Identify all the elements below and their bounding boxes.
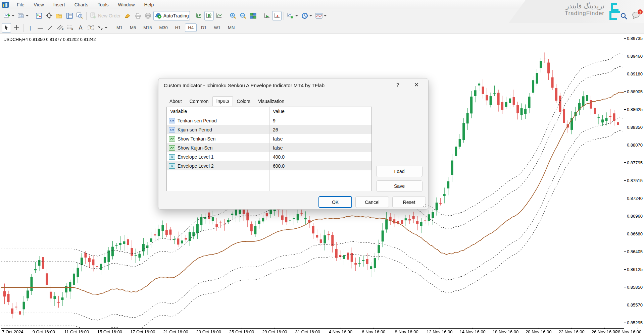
tab-inputs[interactable]: Inputs (212, 96, 233, 106)
time-tick (11, 328, 11, 329)
table-row[interactable]: ½Envelope Level 2600.0 (167, 161, 371, 170)
arrows-tool-button[interactable] (96, 23, 109, 33)
chart-shift-button[interactable] (272, 11, 282, 20)
value-cell[interactable]: 9 (269, 118, 371, 123)
text-tool-button[interactable]: A (76, 23, 85, 33)
alerts-button[interactable] (143, 11, 153, 20)
cursor-tool-button[interactable] (2, 23, 11, 33)
column-divider[interactable] (269, 107, 270, 191)
table-row[interactable]: Show Kujun-Senfalse (167, 143, 371, 152)
time-axis-label: 22 Nov 16:00 (558, 329, 584, 334)
zoom-in-button[interactable] (228, 11, 238, 20)
int-type-icon: 123 (169, 127, 175, 132)
indicators-button[interactable] (286, 11, 299, 20)
timeframe-mn[interactable]: MN (225, 23, 238, 32)
time-axis-label: 15 Oct 16:00 (97, 329, 122, 334)
menu-item-window[interactable]: Window (113, 1, 140, 9)
menu-item-charts[interactable]: Charts (70, 1, 93, 9)
new-order-button[interactable]: New Order (89, 11, 122, 20)
menu-item-tools[interactable]: Tools (93, 1, 113, 9)
price-axis-label: 0.86680 (627, 231, 643, 236)
time-axis-label: 26 Nov 16:00 (592, 329, 617, 334)
strategy-tester-button[interactable] (75, 11, 84, 20)
time-tick (110, 328, 110, 329)
new-chart-button[interactable] (2, 11, 16, 20)
time-axis-label: 7 Oct 2024 (2, 329, 23, 334)
timeframe-h1[interactable]: H1 (172, 23, 184, 32)
market-watch-button[interactable] (34, 11, 44, 20)
load-button[interactable]: Load (376, 166, 423, 177)
help-button[interactable]: ? (394, 82, 401, 88)
timeframe-m15[interactable]: M15 (140, 23, 155, 32)
tab-visualization[interactable]: Visualization (254, 97, 288, 106)
vertical-line-tool-button[interactable]: | (26, 23, 35, 33)
save-button[interactable]: Save (376, 180, 423, 192)
table-row[interactable]: ½Envelope Level 1400.0 (167, 152, 371, 161)
tab-about[interactable]: About (166, 97, 186, 106)
price-tick (624, 127, 626, 127)
autotrading-button[interactable]: AutoTrading (153, 11, 190, 20)
terminal-button[interactable] (65, 11, 74, 20)
cancel-button[interactable]: Cancel (355, 196, 389, 208)
time-axis-label: 17 Oct 16:00 (130, 329, 155, 334)
candlestick-chart-button[interactable] (204, 11, 214, 20)
timeframe-h4[interactable]: H4 (185, 23, 197, 32)
menu-item-view[interactable]: View (29, 1, 49, 9)
timeframe-m30[interactable]: M30 (156, 23, 170, 32)
templates-button[interactable] (314, 11, 328, 20)
crosshair-tool-button[interactable] (12, 23, 21, 33)
search-icon[interactable] (620, 12, 628, 20)
menu-items: FileViewInsertChartsToolsWindowHelp (12, 1, 158, 9)
table-row[interactable]: Show Tenkan-Senfalse (167, 134, 371, 143)
price-axis[interactable]: 0.897350.894600.891800.889050.886250.883… (624, 35, 644, 328)
table-row[interactable]: 123Kijun-sen Period26 (167, 125, 371, 134)
fibonacci-tool-button[interactable]: F (66, 23, 75, 33)
value-cell[interactable]: false (269, 136, 371, 142)
bar-chart-button[interactable] (194, 11, 204, 20)
horizontal-line-tool-button[interactable]: — (36, 23, 45, 33)
price-tick (624, 180, 626, 181)
tab-colors[interactable]: Colors (233, 97, 254, 106)
trendline-tool-button[interactable] (46, 23, 55, 33)
timeframe-m1[interactable]: M1 (113, 23, 126, 32)
value-cell[interactable]: 400.0 (269, 154, 371, 160)
equidistant-channel-tool-button[interactable]: E (56, 23, 65, 33)
price-axis-label: 0.86125 (627, 267, 643, 272)
timeframe-m5[interactable]: M5 (127, 23, 139, 32)
auto-scroll-button[interactable] (262, 11, 271, 20)
ok-button[interactable]: OK (318, 196, 352, 208)
timeframe-d1[interactable]: D1 (198, 23, 210, 32)
table-row[interactable]: 123Tenkan-sen Period9 (167, 116, 371, 125)
value-cell[interactable]: 26 (269, 127, 371, 132)
navigator-button[interactable] (54, 11, 64, 20)
resize-grip[interactable] (423, 204, 426, 207)
profiles-button[interactable] (16, 11, 30, 20)
price-axis-label: 0.89180 (627, 71, 643, 76)
time-axis-label: 11 Oct 16:00 (64, 329, 89, 334)
metaeditor-button[interactable] (123, 11, 133, 20)
tab-common[interactable]: Common (186, 97, 212, 106)
price-tick (624, 198, 626, 198)
price-tick (624, 109, 626, 110)
close-dialog-button[interactable]: ✕ (412, 81, 421, 89)
line-chart-button[interactable] (214, 11, 224, 20)
time-tick (604, 328, 605, 329)
value-cell[interactable]: false (269, 145, 371, 151)
tile-windows-button[interactable] (248, 11, 258, 20)
time-tick (242, 328, 242, 329)
value-cell[interactable]: 600.0 (269, 163, 371, 169)
reset-button[interactable]: Reset (392, 196, 426, 208)
chat-icon[interactable]: 1 (632, 11, 641, 21)
menu-item-help[interactable]: Help (139, 1, 158, 9)
timeframe-w1[interactable]: W1 (211, 23, 224, 32)
menu-item-file[interactable]: File (12, 1, 29, 9)
periods-button[interactable] (300, 11, 313, 20)
menu-item-insert[interactable]: Insert (49, 1, 70, 9)
data-window-button[interactable] (44, 11, 54, 20)
text-label-tool-button[interactable]: T (86, 23, 95, 33)
time-axis-label: 20 Nov 16:00 (526, 329, 551, 334)
print-button[interactable] (133, 11, 143, 20)
price-axis-label: 0.87795 (627, 160, 643, 165)
time-axis[interactable]: 7 Oct 20249 Oct 16:0011 Oct 16:0015 Oct … (1, 329, 624, 334)
zoom-out-button[interactable] (238, 11, 248, 20)
